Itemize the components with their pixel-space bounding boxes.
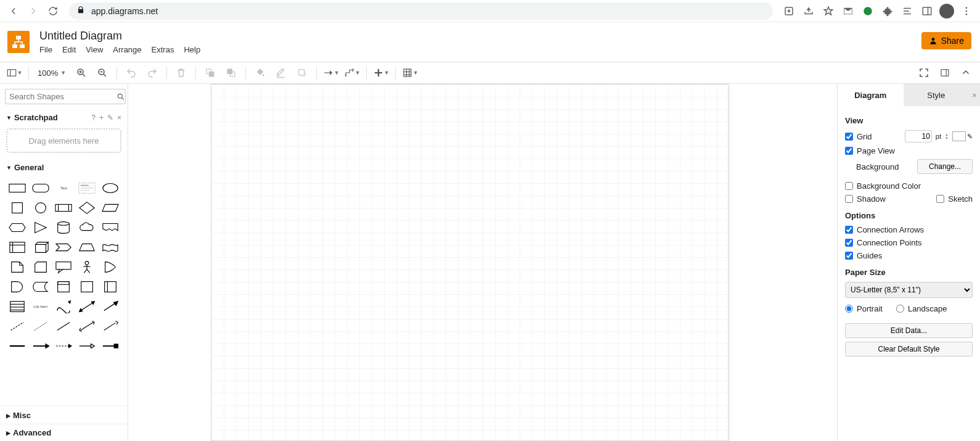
grid-spinner[interactable]: ▲▼ (945, 133, 949, 140)
shape-list[interactable] (6, 298, 28, 315)
menu-file[interactable]: File (39, 45, 52, 54)
shape-link2[interactable] (30, 337, 52, 355)
change-background-button[interactable]: Change... (917, 159, 973, 174)
to-front-button[interactable] (201, 64, 219, 81)
shape-bidirectional-arrow[interactable] (76, 298, 98, 315)
browser-forward-button[interactable] (25, 2, 42, 20)
shape-data-storage[interactable] (30, 278, 52, 295)
scratchpad-help-icon[interactable]: ? (91, 113, 96, 122)
sidebar-toggle-button[interactable]: ▼ (5, 64, 23, 81)
clear-style-button[interactable]: Clear Default Style (845, 342, 973, 357)
shape-callout[interactable] (53, 258, 75, 276)
shape-link4[interactable] (76, 337, 98, 355)
shape-link5[interactable] (99, 337, 121, 355)
shape-note[interactable] (6, 258, 28, 276)
browser-back-button[interactable] (5, 2, 22, 20)
to-back-button[interactable] (222, 64, 240, 81)
shape-ellipse[interactable] (99, 179, 121, 197)
paper-size-select[interactable]: US-Letter (8,5" x 11") (845, 282, 973, 298)
tab-diagram[interactable]: Diagram (838, 84, 904, 106)
scratchpad-header[interactable]: ▼ Scratchpad ? + ✎ × (0, 109, 128, 126)
pencil-icon[interactable]: ✎ (967, 133, 973, 141)
search-shapes-input[interactable] (5, 89, 116, 104)
connection-button[interactable]: ▼ (322, 64, 340, 81)
fullscreen-button[interactable] (915, 64, 933, 81)
shape-curve[interactable] (53, 298, 75, 315)
undo-button[interactable] (122, 64, 141, 81)
conn-points-checkbox[interactable] (845, 239, 853, 247)
shape-arrow[interactable] (99, 298, 121, 315)
shape-directional-connector[interactable] (99, 318, 121, 335)
menu-view[interactable]: View (86, 45, 103, 54)
shape-tape[interactable] (99, 239, 121, 256)
shape-cube[interactable] (30, 239, 52, 256)
table-button[interactable]: ▼ (401, 64, 419, 81)
shape-list-item[interactable]: List Item (30, 298, 52, 315)
bookmark-star-icon[interactable] (820, 2, 837, 20)
shape-text[interactable]: Text (53, 179, 75, 197)
shape-or[interactable] (99, 258, 121, 276)
page-area[interactable] (211, 84, 729, 441)
document-title[interactable]: Untitled Diagram (39, 30, 200, 43)
fill-color-button[interactable] (251, 64, 269, 81)
menu-extras[interactable]: Extras (152, 45, 174, 54)
misc-header[interactable]: ▶ Misc (0, 405, 128, 424)
shape-cloud[interactable] (76, 219, 98, 236)
general-header[interactable]: ▼ General (0, 159, 128, 176)
shadow-button[interactable] (293, 64, 311, 81)
grid-color-swatch[interactable] (952, 131, 966, 141)
portrait-radio[interactable] (845, 305, 853, 313)
shape-rounded-rect[interactable] (30, 179, 52, 197)
redo-button[interactable] (143, 64, 161, 81)
zoom-dropdown[interactable]: 100%▼ (34, 68, 70, 78)
scratchpad-add-icon[interactable]: + (99, 113, 104, 122)
shape-dotted-line[interactable] (30, 318, 52, 335)
shape-document[interactable] (99, 219, 121, 236)
zoom-out-button[interactable] (93, 64, 112, 81)
menu-arrange[interactable]: Arrange (113, 45, 141, 54)
shape-circle[interactable] (30, 199, 52, 216)
grid-checkbox[interactable] (845, 133, 853, 141)
sketch-checkbox[interactable] (936, 195, 944, 203)
shape-actor[interactable] (76, 258, 98, 276)
waypoints-button[interactable]: ▼ (343, 64, 361, 81)
shape-diamond[interactable] (76, 199, 98, 216)
shape-hexagon[interactable] (6, 219, 28, 236)
insert-button[interactable]: ▼ (372, 64, 390, 81)
format-panel-button[interactable] (936, 64, 954, 81)
shape-bidir-connector[interactable] (76, 318, 98, 335)
menu-help[interactable]: Help (184, 45, 200, 54)
shape-card[interactable] (30, 258, 52, 276)
shape-line[interactable] (53, 318, 75, 335)
advanced-header[interactable]: ▶ Advanced (0, 424, 128, 441)
page-view-checkbox[interactable] (845, 147, 853, 155)
app-logo[interactable] (7, 31, 30, 53)
menu-edit[interactable]: Edit (62, 45, 76, 54)
shape-container[interactable] (53, 278, 75, 295)
install-app-icon[interactable] (780, 2, 798, 20)
shape-link3[interactable] (53, 337, 75, 355)
delete-button[interactable] (172, 64, 190, 81)
shape-parallelogram[interactable] (99, 199, 121, 216)
mail-icon[interactable] (839, 2, 857, 20)
extension-green-icon[interactable] (859, 2, 876, 20)
browser-reload-button[interactable] (44, 2, 62, 20)
canvas[interactable] (128, 84, 837, 441)
close-panel-icon[interactable]: × (969, 84, 980, 106)
search-button[interactable] (116, 89, 126, 104)
collapse-button[interactable] (957, 64, 975, 81)
bgcolor-checkbox[interactable] (845, 182, 853, 190)
shape-triangle[interactable] (30, 219, 52, 236)
shape-process[interactable] (53, 199, 75, 216)
conn-arrows-checkbox[interactable] (845, 226, 853, 234)
shape-square[interactable] (6, 199, 28, 216)
scratchpad-edit-icon[interactable]: ✎ (107, 113, 113, 122)
tab-style[interactable]: Style (904, 84, 970, 106)
shape-trapezoid[interactable] (76, 239, 98, 256)
reading-list-icon[interactable] (899, 2, 916, 20)
share-button[interactable]: Share (921, 32, 971, 49)
scratchpad-close-icon[interactable]: × (117, 113, 121, 122)
shape-dashed-line[interactable] (6, 318, 28, 335)
shape-textbox[interactable] (76, 179, 98, 197)
zoom-in-button[interactable] (72, 64, 91, 81)
